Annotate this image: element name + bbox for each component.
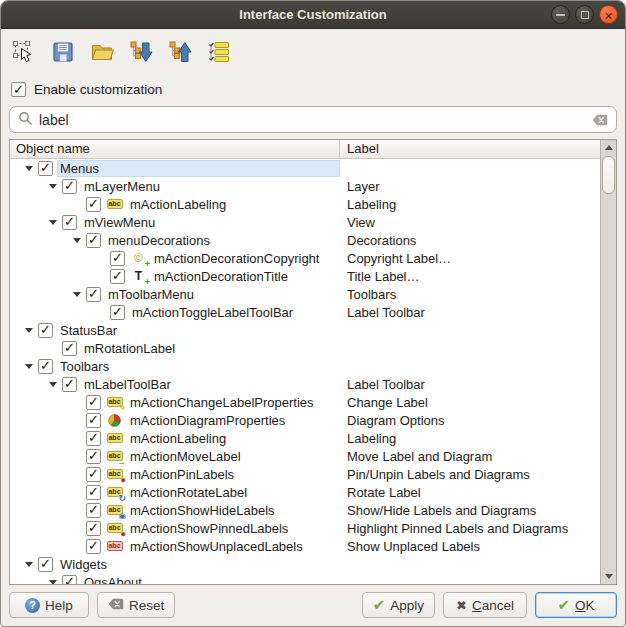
collapse-all-button[interactable] bbox=[167, 39, 193, 65]
tree-row[interactable]: mRotationLabel bbox=[10, 339, 600, 357]
ok-button[interactable]: OK bbox=[535, 592, 617, 618]
tree-row[interactable]: Widgets bbox=[10, 555, 600, 573]
row-checkbox[interactable] bbox=[62, 575, 77, 585]
row-checkbox[interactable] bbox=[110, 251, 125, 266]
object-name: mActionRotateLabel bbox=[127, 484, 340, 501]
tree-row[interactable]: abc◉mActionShowHideLabelsShow/Hide Label… bbox=[10, 501, 600, 519]
minimize-button[interactable] bbox=[551, 5, 570, 24]
titlebar[interactable]: Interface Customization bbox=[1, 1, 625, 29]
row-checkbox[interactable] bbox=[86, 287, 101, 302]
search-icon bbox=[18, 111, 32, 129]
object-label: Copyright Label… bbox=[340, 251, 600, 266]
expand-arrow-icon[interactable] bbox=[25, 364, 33, 369]
tree-row[interactable]: abc●mActionShowPinnedLabelsHighlight Pin… bbox=[10, 519, 600, 537]
minimize-icon bbox=[556, 14, 565, 16]
tree-row[interactable]: Toolbars bbox=[10, 357, 600, 375]
tree-row[interactable]: abc✎mActionChangeLabelPropertiesChange L… bbox=[10, 393, 600, 411]
column-header-label[interactable]: Label bbox=[340, 140, 600, 158]
select-widgets-button[interactable] bbox=[11, 39, 37, 65]
scroll-up-icon[interactable] bbox=[601, 140, 616, 155]
check-all-icon bbox=[207, 40, 231, 64]
row-checkbox[interactable] bbox=[86, 467, 101, 482]
tree-row[interactable]: menuDecorationsDecorations bbox=[10, 231, 600, 249]
enable-customization-checkbox[interactable] bbox=[11, 82, 26, 97]
tree-row[interactable]: ©+mActionDecorationCopyrightCopyright La… bbox=[10, 249, 600, 267]
expand-all-button[interactable] bbox=[128, 39, 154, 65]
tree-row[interactable]: abc→mActionMoveLabelMove Label and Diagr… bbox=[10, 447, 600, 465]
tree-row[interactable]: mActionDiagramPropertiesDiagram Options bbox=[10, 411, 600, 429]
search-input[interactable]: label bbox=[9, 106, 617, 133]
tree-row[interactable]: Menus bbox=[10, 159, 600, 177]
reset-button[interactable]: Reset bbox=[97, 592, 175, 618]
row-checkbox[interactable] bbox=[38, 323, 53, 338]
clear-search-icon[interactable] bbox=[592, 114, 608, 126]
tree-row[interactable]: QgsAbout bbox=[10, 573, 600, 584]
object-label: Rotate Label bbox=[340, 485, 600, 500]
maximize-button[interactable] bbox=[575, 5, 594, 24]
row-checkbox[interactable] bbox=[62, 215, 77, 230]
row-checkbox[interactable] bbox=[110, 269, 125, 284]
expand-arrow-icon[interactable] bbox=[49, 382, 57, 387]
row-checkbox[interactable] bbox=[86, 521, 101, 536]
expand-arrow-icon[interactable] bbox=[73, 238, 81, 243]
object-name: mActionShowUnplacedLabels bbox=[127, 538, 340, 555]
expand-arrow-icon[interactable] bbox=[49, 220, 57, 225]
row-checkbox[interactable] bbox=[110, 305, 125, 320]
apply-check-icon bbox=[373, 597, 386, 613]
row-checkbox[interactable] bbox=[62, 179, 77, 194]
expand-arrow-icon[interactable] bbox=[25, 562, 33, 567]
tree-row[interactable]: abcmActionShowUnplacedLabelsShow Unplace… bbox=[10, 537, 600, 555]
row-checkbox[interactable] bbox=[38, 557, 53, 572]
row-checkbox[interactable] bbox=[86, 431, 101, 446]
save-button[interactable] bbox=[50, 39, 76, 65]
tree-row[interactable]: StatusBar bbox=[10, 321, 600, 339]
tree-row[interactable]: abcmActionLabelingLabeling bbox=[10, 429, 600, 447]
interface-customization-dialog: Interface Customization bbox=[0, 0, 626, 627]
tree-row[interactable]: abc↻mActionRotateLabelRotate Label bbox=[10, 483, 600, 501]
pin-labels-icon: abc● bbox=[106, 466, 123, 482]
row-checkbox[interactable] bbox=[86, 539, 101, 554]
row-checkbox[interactable] bbox=[38, 161, 53, 176]
vertical-scrollbar[interactable] bbox=[600, 140, 616, 584]
help-button[interactable]: Help bbox=[9, 592, 89, 618]
row-checkbox[interactable] bbox=[86, 395, 101, 410]
help-icon bbox=[25, 598, 40, 613]
row-checkbox[interactable] bbox=[86, 413, 101, 428]
column-header-object-name[interactable]: Object name bbox=[10, 140, 340, 158]
open-folder-button[interactable] bbox=[89, 39, 115, 65]
object-name: menuDecorations bbox=[105, 232, 340, 249]
scroll-down-icon[interactable] bbox=[601, 569, 616, 584]
expand-arrow-icon[interactable] bbox=[49, 184, 57, 189]
window-title: Interface Customization bbox=[239, 7, 386, 22]
object-name: mActionPinLabels bbox=[127, 466, 340, 483]
scrollbar-track[interactable] bbox=[601, 155, 616, 569]
expand-arrow-icon[interactable] bbox=[25, 328, 33, 333]
object-label: Show Unplaced Labels bbox=[340, 539, 600, 554]
expand-arrow-icon[interactable] bbox=[73, 292, 81, 297]
scrollbar-thumb[interactable] bbox=[602, 156, 615, 194]
row-checkbox[interactable] bbox=[62, 341, 77, 356]
tree-row[interactable]: abcmActionLabelingLabeling bbox=[10, 195, 600, 213]
tree-row[interactable]: mLayerMenuLayer bbox=[10, 177, 600, 195]
row-checkbox[interactable] bbox=[86, 485, 101, 500]
tree-row[interactable]: abc●mActionPinLabelsPin/Unpin Labels and… bbox=[10, 465, 600, 483]
row-checkbox[interactable] bbox=[38, 359, 53, 374]
close-button[interactable] bbox=[599, 5, 618, 24]
tree-row[interactable]: mLabelToolBarLabel Toolbar bbox=[10, 375, 600, 393]
tree-row[interactable]: mActionToggleLabelToolBarLabel Toolbar bbox=[10, 303, 600, 321]
change-label-icon: abc✎ bbox=[106, 394, 123, 410]
row-checkbox[interactable] bbox=[62, 377, 77, 392]
row-checkbox[interactable] bbox=[86, 503, 101, 518]
row-checkbox[interactable] bbox=[86, 197, 101, 212]
expand-arrow-icon[interactable] bbox=[25, 166, 33, 171]
tree-row[interactable]: mToolbarMenuToolbars bbox=[10, 285, 600, 303]
cancel-button[interactable]: Cancel bbox=[443, 592, 527, 618]
expand-arrow-icon[interactable] bbox=[49, 580, 57, 585]
apply-button[interactable]: Apply bbox=[362, 592, 435, 618]
tree-row[interactable]: T+mActionDecorationTitleTitle Label… bbox=[10, 267, 600, 285]
row-checkbox[interactable] bbox=[86, 233, 101, 248]
row-checkbox[interactable] bbox=[86, 449, 101, 464]
tree-row[interactable]: mViewMenuView bbox=[10, 213, 600, 231]
object-name: Widgets bbox=[57, 556, 340, 573]
check-all-button[interactable] bbox=[206, 39, 232, 65]
